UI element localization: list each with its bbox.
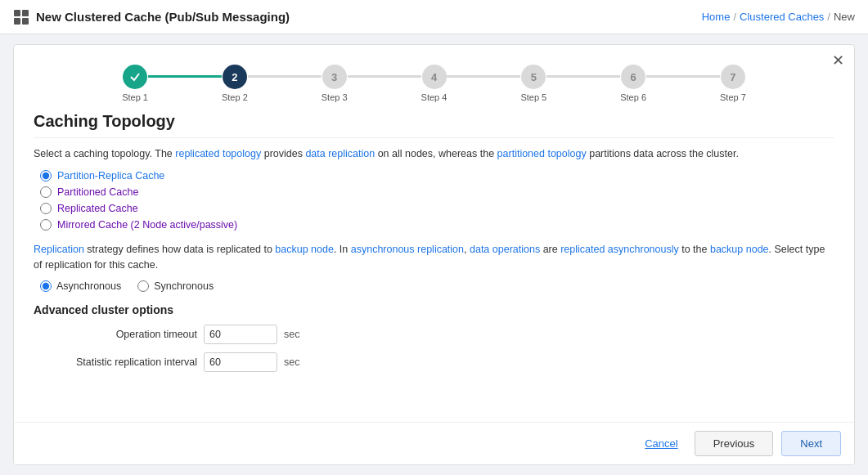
partitioned-link: partitioned topology (497, 148, 587, 159)
top-bar-left: New Clustered Cache (Pub/Sub Messaging) (13, 9, 290, 25)
step-circle-5: 5 (521, 65, 546, 89)
step-label-2: Step 2 (222, 92, 248, 102)
replication-description: Replication strategy defines how data is… (34, 242, 834, 273)
unit-statistic-replication: sec (284, 356, 299, 368)
radio-item-partitioned[interactable]: Partitioned Cache (40, 186, 834, 198)
replicated-async-link: replicated asynchronously (560, 244, 679, 255)
page-title: New Clustered Cache (Pub/Sub Messaging) (36, 10, 290, 24)
radio-sync[interactable] (137, 280, 149, 292)
connector-6-7 (646, 75, 720, 78)
step-label-3: Step 3 (322, 92, 348, 102)
breadcrumb-current: New (834, 11, 855, 23)
topology-radio-group: Partition-Replica Cache Partitioned Cach… (40, 170, 834, 231)
replication-radio-group: Asynchronous Synchronous (40, 280, 834, 292)
radio-label-async[interactable]: Asynchronous (56, 280, 121, 292)
form-row-statistic: Statistic replication interval sec (34, 352, 834, 372)
unit-operation-timeout: sec (284, 329, 299, 340)
radio-item-replicated[interactable]: Replicated Cache (40, 203, 834, 214)
input-statistic-replication[interactable] (204, 352, 277, 372)
radio-replicated[interactable] (40, 203, 52, 214)
step-circle-1 (123, 65, 147, 89)
radio-item-partition-replica[interactable]: Partition-Replica Cache (40, 170, 834, 181)
breadcrumb: Home / Clustered Caches / New (702, 11, 855, 23)
step-label-5: Step 5 (520, 92, 546, 102)
step-circle-3: 3 (322, 65, 347, 89)
breadcrumb-sep-2: / (827, 11, 830, 23)
cancel-button[interactable]: Cancel (636, 432, 686, 455)
connector-2-3 (248, 75, 322, 78)
step-circle-6: 6 (621, 65, 645, 89)
topology-description: Select a caching topology. The replicate… (34, 146, 834, 162)
radio-label-mirrored[interactable]: Mirrored Cache (2 Node active/passive) (57, 219, 237, 231)
footer-bar: Cancel Previous Next (14, 422, 854, 464)
radio-item-sync[interactable]: Synchronous (137, 280, 214, 292)
backup-node-link: backup node (275, 244, 334, 255)
async-link: asynchronous replication (351, 244, 464, 255)
step-circle-7: 7 (721, 65, 745, 89)
radio-label-partitioned[interactable]: Partitioned Cache (57, 186, 138, 198)
step-label-1: Step 1 (122, 92, 148, 102)
radio-partitioned[interactable] (40, 186, 52, 198)
svg-rect-3 (22, 18, 29, 25)
svg-rect-0 (14, 10, 20, 16)
radio-mirrored[interactable] (40, 219, 52, 231)
label-operation-timeout: Operation timeout (34, 329, 197, 340)
breadcrumb-home[interactable]: Home (702, 11, 731, 23)
advanced-section: Advanced cluster options Operation timeo… (34, 303, 834, 372)
radio-item-mirrored[interactable]: Mirrored Cache (2 Node active/passive) (40, 219, 834, 231)
input-operation-timeout[interactable] (204, 325, 277, 344)
step-item-6: 6 Step 6 (620, 65, 646, 102)
previous-button[interactable]: Previous (695, 431, 774, 456)
step-item-4: 4 Step 4 (421, 65, 447, 102)
stepper: Step 1 2 Step 2 3 Step 3 4 Step 4 5 Step… (34, 58, 834, 105)
replicated-link: replicated topology (175, 148, 261, 159)
step-label-6: Step 6 (620, 92, 646, 102)
svg-rect-1 (22, 10, 29, 16)
radio-label-partition-replica[interactable]: Partition-Replica Cache (57, 170, 164, 181)
radio-partition-replica[interactable] (40, 170, 52, 181)
replication-link: Replication (34, 244, 84, 255)
step-circle-2: 2 (223, 65, 247, 89)
radio-async[interactable] (40, 280, 52, 292)
radio-label-sync[interactable]: Synchronous (154, 280, 214, 292)
step-item-3: 3 Step 3 (322, 65, 348, 102)
backup-node-link2: backup node (710, 244, 769, 255)
data-replication-link: data replication (305, 148, 375, 159)
step-item-7: 7 Step 7 (720, 65, 746, 102)
step-item-2: 2 Step 2 (222, 65, 248, 102)
data-ops-link: data operations (470, 244, 540, 255)
top-bar: New Clustered Cache (Pub/Sub Messaging) … (0, 0, 868, 34)
breadcrumb-sep-1: / (733, 11, 736, 23)
step-item-1: Step 1 (122, 65, 148, 102)
breadcrumb-section[interactable]: Clustered Caches (740, 11, 824, 23)
radio-item-async[interactable]: Asynchronous (40, 280, 121, 292)
connector-4-5 (447, 75, 520, 78)
svg-rect-2 (14, 18, 20, 25)
connector-3-4 (348, 75, 421, 78)
step-circle-4: 4 (422, 65, 447, 89)
app-icon (13, 9, 29, 25)
label-statistic-replication: Statistic replication interval (34, 356, 197, 368)
step-label-4: Step 4 (421, 92, 447, 102)
step-label-7: Step 7 (720, 92, 746, 102)
next-button[interactable]: Next (781, 431, 841, 456)
connector-1-2 (148, 75, 222, 78)
connector-5-6 (546, 75, 620, 78)
section-title: Caching Topology (34, 112, 834, 138)
step-item-5: 5 Step 5 (520, 65, 546, 102)
advanced-title: Advanced cluster options (34, 303, 834, 316)
modal: ✕ Step 1 2 Step 2 3 Step 3 4 Step 4 (13, 44, 855, 465)
radio-label-replicated[interactable]: Replicated Cache (57, 203, 138, 214)
form-row-timeout: Operation timeout sec (34, 325, 834, 344)
